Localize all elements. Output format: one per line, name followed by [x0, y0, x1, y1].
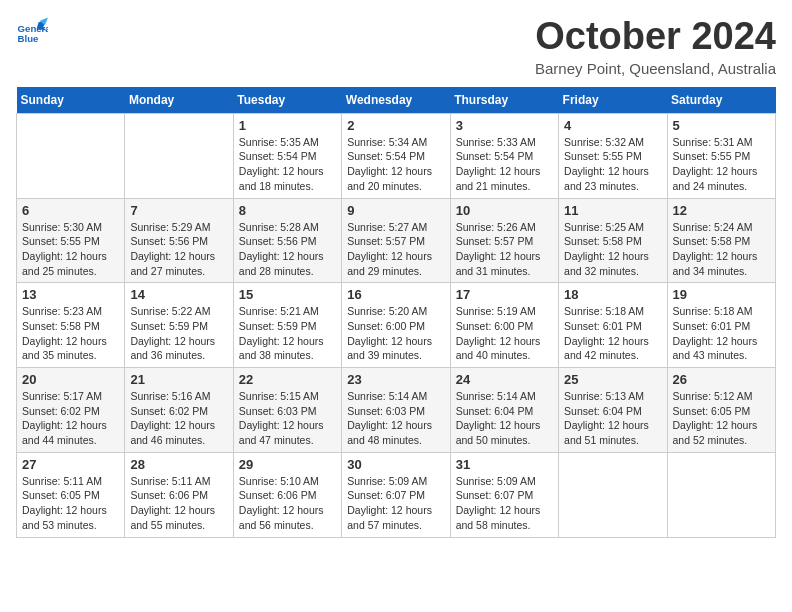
calendar-cell: 15Sunrise: 5:21 AMSunset: 5:59 PMDayligh… — [233, 283, 341, 368]
calendar-cell: 5Sunrise: 5:31 AMSunset: 5:55 PMDaylight… — [667, 113, 775, 198]
day-number: 3 — [456, 118, 553, 133]
day-number: 26 — [673, 372, 770, 387]
day-number: 17 — [456, 287, 553, 302]
day-info: Sunrise: 5:17 AMSunset: 6:02 PMDaylight:… — [22, 389, 119, 448]
day-number: 10 — [456, 203, 553, 218]
calendar-cell — [667, 452, 775, 537]
day-number: 7 — [130, 203, 227, 218]
day-info: Sunrise: 5:11 AMSunset: 6:06 PMDaylight:… — [130, 474, 227, 533]
calendar-cell — [17, 113, 125, 198]
calendar-cell: 25Sunrise: 5:13 AMSunset: 6:04 PMDayligh… — [559, 368, 667, 453]
day-info: Sunrise: 5:21 AMSunset: 5:59 PMDaylight:… — [239, 304, 336, 363]
calendar-cell: 7Sunrise: 5:29 AMSunset: 5:56 PMDaylight… — [125, 198, 233, 283]
calendar-cell: 3Sunrise: 5:33 AMSunset: 5:54 PMDaylight… — [450, 113, 558, 198]
day-number: 28 — [130, 457, 227, 472]
day-info: Sunrise: 5:18 AMSunset: 6:01 PMDaylight:… — [564, 304, 661, 363]
title-section: October 2024 Barney Point, Queensland, A… — [535, 16, 776, 77]
day-number: 18 — [564, 287, 661, 302]
calendar-cell: 14Sunrise: 5:22 AMSunset: 5:59 PMDayligh… — [125, 283, 233, 368]
page-header: General Blue October 2024 Barney Point, … — [16, 16, 776, 77]
calendar-cell: 16Sunrise: 5:20 AMSunset: 6:00 PMDayligh… — [342, 283, 450, 368]
day-number: 24 — [456, 372, 553, 387]
calendar-cell: 6Sunrise: 5:30 AMSunset: 5:55 PMDaylight… — [17, 198, 125, 283]
day-info: Sunrise: 5:15 AMSunset: 6:03 PMDaylight:… — [239, 389, 336, 448]
day-number: 12 — [673, 203, 770, 218]
day-info: Sunrise: 5:33 AMSunset: 5:54 PMDaylight:… — [456, 135, 553, 194]
calendar-cell: 9Sunrise: 5:27 AMSunset: 5:57 PMDaylight… — [342, 198, 450, 283]
month-title: October 2024 — [535, 16, 776, 58]
day-info: Sunrise: 5:32 AMSunset: 5:55 PMDaylight:… — [564, 135, 661, 194]
day-info: Sunrise: 5:28 AMSunset: 5:56 PMDaylight:… — [239, 220, 336, 279]
day-info: Sunrise: 5:13 AMSunset: 6:04 PMDaylight:… — [564, 389, 661, 448]
day-number: 8 — [239, 203, 336, 218]
day-info: Sunrise: 5:25 AMSunset: 5:58 PMDaylight:… — [564, 220, 661, 279]
calendar-cell: 2Sunrise: 5:34 AMSunset: 5:54 PMDaylight… — [342, 113, 450, 198]
logo: General Blue — [16, 16, 48, 48]
day-number: 5 — [673, 118, 770, 133]
day-number: 13 — [22, 287, 119, 302]
col-wednesday: Wednesday — [342, 87, 450, 114]
day-info: Sunrise: 5:30 AMSunset: 5:55 PMDaylight:… — [22, 220, 119, 279]
day-number: 16 — [347, 287, 444, 302]
day-info: Sunrise: 5:35 AMSunset: 5:54 PMDaylight:… — [239, 135, 336, 194]
day-number: 20 — [22, 372, 119, 387]
col-saturday: Saturday — [667, 87, 775, 114]
calendar-cell: 12Sunrise: 5:24 AMSunset: 5:58 PMDayligh… — [667, 198, 775, 283]
day-info: Sunrise: 5:24 AMSunset: 5:58 PMDaylight:… — [673, 220, 770, 279]
day-number: 15 — [239, 287, 336, 302]
calendar-cell: 13Sunrise: 5:23 AMSunset: 5:58 PMDayligh… — [17, 283, 125, 368]
day-number: 6 — [22, 203, 119, 218]
calendar-cell: 20Sunrise: 5:17 AMSunset: 6:02 PMDayligh… — [17, 368, 125, 453]
calendar-cell: 28Sunrise: 5:11 AMSunset: 6:06 PMDayligh… — [125, 452, 233, 537]
calendar-week-row: 27Sunrise: 5:11 AMSunset: 6:05 PMDayligh… — [17, 452, 776, 537]
calendar-table: Sunday Monday Tuesday Wednesday Thursday… — [16, 87, 776, 538]
calendar-cell: 22Sunrise: 5:15 AMSunset: 6:03 PMDayligh… — [233, 368, 341, 453]
day-number: 21 — [130, 372, 227, 387]
day-info: Sunrise: 5:14 AMSunset: 6:04 PMDaylight:… — [456, 389, 553, 448]
col-friday: Friday — [559, 87, 667, 114]
day-number: 23 — [347, 372, 444, 387]
logo-icon: General Blue — [16, 16, 48, 48]
calendar-cell: 17Sunrise: 5:19 AMSunset: 6:00 PMDayligh… — [450, 283, 558, 368]
calendar-week-row: 6Sunrise: 5:30 AMSunset: 5:55 PMDaylight… — [17, 198, 776, 283]
calendar-cell: 18Sunrise: 5:18 AMSunset: 6:01 PMDayligh… — [559, 283, 667, 368]
calendar-cell: 11Sunrise: 5:25 AMSunset: 5:58 PMDayligh… — [559, 198, 667, 283]
day-info: Sunrise: 5:20 AMSunset: 6:00 PMDaylight:… — [347, 304, 444, 363]
calendar-cell: 8Sunrise: 5:28 AMSunset: 5:56 PMDaylight… — [233, 198, 341, 283]
svg-text:Blue: Blue — [18, 33, 39, 44]
day-number: 4 — [564, 118, 661, 133]
day-number: 25 — [564, 372, 661, 387]
day-info: Sunrise: 5:18 AMSunset: 6:01 PMDaylight:… — [673, 304, 770, 363]
day-info: Sunrise: 5:12 AMSunset: 6:05 PMDaylight:… — [673, 389, 770, 448]
day-info: Sunrise: 5:10 AMSunset: 6:06 PMDaylight:… — [239, 474, 336, 533]
day-info: Sunrise: 5:14 AMSunset: 6:03 PMDaylight:… — [347, 389, 444, 448]
day-info: Sunrise: 5:23 AMSunset: 5:58 PMDaylight:… — [22, 304, 119, 363]
day-number: 22 — [239, 372, 336, 387]
day-info: Sunrise: 5:31 AMSunset: 5:55 PMDaylight:… — [673, 135, 770, 194]
day-number: 2 — [347, 118, 444, 133]
day-number: 14 — [130, 287, 227, 302]
calendar-cell: 19Sunrise: 5:18 AMSunset: 6:01 PMDayligh… — [667, 283, 775, 368]
day-info: Sunrise: 5:09 AMSunset: 6:07 PMDaylight:… — [456, 474, 553, 533]
day-info: Sunrise: 5:19 AMSunset: 6:00 PMDaylight:… — [456, 304, 553, 363]
day-info: Sunrise: 5:22 AMSunset: 5:59 PMDaylight:… — [130, 304, 227, 363]
day-info: Sunrise: 5:11 AMSunset: 6:05 PMDaylight:… — [22, 474, 119, 533]
day-number: 27 — [22, 457, 119, 472]
col-thursday: Thursday — [450, 87, 558, 114]
col-sunday: Sunday — [17, 87, 125, 114]
calendar-cell: 26Sunrise: 5:12 AMSunset: 6:05 PMDayligh… — [667, 368, 775, 453]
day-info: Sunrise: 5:34 AMSunset: 5:54 PMDaylight:… — [347, 135, 444, 194]
day-number: 29 — [239, 457, 336, 472]
calendar-cell: 23Sunrise: 5:14 AMSunset: 6:03 PMDayligh… — [342, 368, 450, 453]
day-info: Sunrise: 5:09 AMSunset: 6:07 PMDaylight:… — [347, 474, 444, 533]
calendar-cell — [125, 113, 233, 198]
calendar-cell: 10Sunrise: 5:26 AMSunset: 5:57 PMDayligh… — [450, 198, 558, 283]
calendar-cell — [559, 452, 667, 537]
location-title: Barney Point, Queensland, Australia — [535, 60, 776, 77]
day-number: 11 — [564, 203, 661, 218]
header-row: Sunday Monday Tuesday Wednesday Thursday… — [17, 87, 776, 114]
calendar-week-row: 1Sunrise: 5:35 AMSunset: 5:54 PMDaylight… — [17, 113, 776, 198]
col-tuesday: Tuesday — [233, 87, 341, 114]
day-info: Sunrise: 5:26 AMSunset: 5:57 PMDaylight:… — [456, 220, 553, 279]
calendar-cell: 27Sunrise: 5:11 AMSunset: 6:05 PMDayligh… — [17, 452, 125, 537]
